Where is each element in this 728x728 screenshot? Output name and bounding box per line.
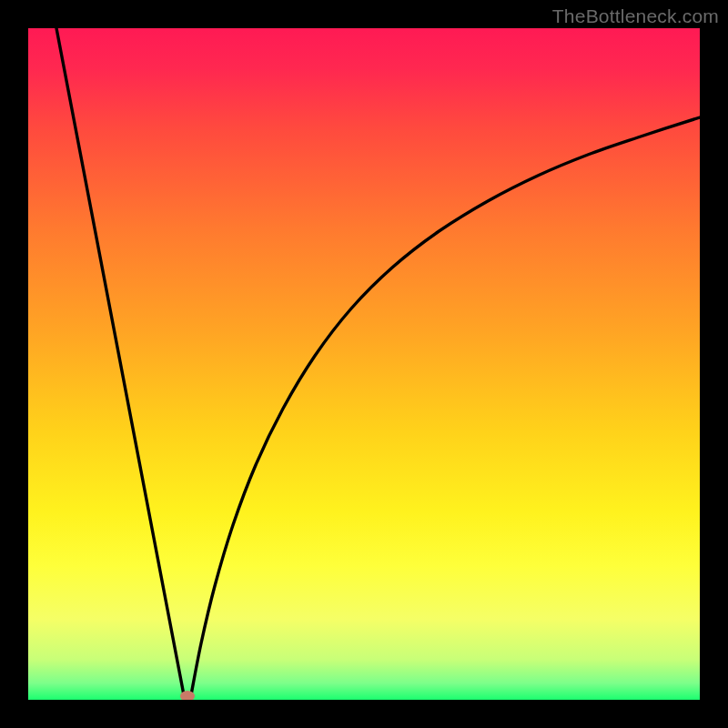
chart-background xyxy=(28,28,700,700)
chart-frame xyxy=(28,28,700,700)
watermark-text: TheBottleneck.com xyxy=(552,5,719,27)
bottleneck-chart xyxy=(28,28,700,700)
